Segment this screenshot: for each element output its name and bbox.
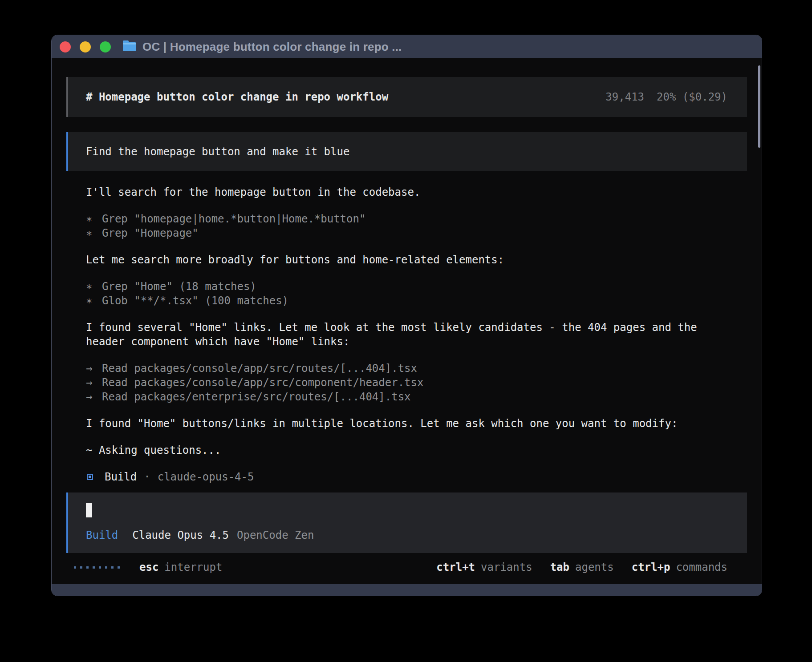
asterisk-icon: ∗ [86,212,102,226]
terminal-window: OC | Homepage button color change in rep… [51,35,762,596]
tool-call-label: Read packages/console/app/src/component/… [102,376,423,389]
tool-call-grep: ∗Grep "Homepage" [86,226,727,240]
minimize-button[interactable] [80,41,91,52]
hint-label: interrupt [164,561,222,573]
assistant-text: I found "Home" buttons/links in multiple… [86,416,727,431]
window-title: OC | Homepage button color change in rep… [142,40,402,54]
user-message-text: Find the homepage button and make it blu… [86,145,349,158]
context-usage: 20% ($0.29) [657,91,727,103]
arrow-right-icon: → [86,375,102,390]
hint-label: commands [676,561,727,573]
working-status: ~ Asking questions... [86,443,727,457]
close-button[interactable] [60,41,71,52]
agent-badge-icon [87,474,93,480]
tool-call-label: Grep "homepage|home.*button|Home.*button… [102,213,365,225]
assistant-text: I'll search for the homepage button in t… [86,185,727,199]
asterisk-icon: ∗ [86,294,102,308]
tool-call-grep: ∗Grep "homepage|home.*button|Home.*butto… [86,212,727,226]
tool-call-label: Grep "Home" (18 matches) [102,280,256,293]
session-stats: 39,413 20% ($0.29) [605,91,727,103]
zoom-button[interactable] [100,41,111,52]
input-agent-label[interactable]: Build [86,529,118,541]
input-model-label[interactable]: Claude Opus 4.5 [132,529,229,541]
agent-name: Build [105,470,137,484]
tool-call-group: ∗Grep "Home" (18 matches) ∗Glob "**/*.ts… [86,279,727,308]
spinner-dots-icon [74,566,120,569]
traffic-lights [60,35,111,58]
arrow-right-icon: → [86,390,102,404]
dot-separator: · [144,470,150,484]
prompt-input[interactable]: Build Claude Opus 4.5 OpenCode Zen [66,492,747,553]
tool-call-read: →Read packages/console/app/src/component… [86,375,727,390]
tool-call-read: →Read packages/enterprise/src/routes/[..… [86,390,727,404]
tool-call-read: →Read packages/console/app/src/routes/[.… [86,361,727,375]
statusbar-right: ctrl+t variants tab agents ctrl+p comman… [436,561,727,573]
assistant-text: Let me search more broadly for buttons a… [86,253,727,267]
hint-key: esc [139,561,158,573]
hint-agents: tab agents [550,561,614,573]
input-meta: Build Claude Opus 4.5 OpenCode Zen [86,529,727,541]
agent-model: claude-opus-4-5 [158,470,254,484]
hint-key: ctrl+t [436,561,475,573]
hint-key: ctrl+p [632,561,670,573]
conversation: I'll search for the homepage button in t… [66,185,747,484]
scrollbar-thumb[interactable] [758,65,760,148]
hint-label: variants [481,561,532,573]
tool-call-grep: ∗Grep "Home" (18 matches) [86,279,727,294]
hint-variants: ctrl+t variants [436,561,532,573]
arrow-right-icon: → [86,361,102,375]
window-titlebar[interactable]: OC | Homepage button color change in rep… [52,35,762,58]
statusbar-left: esc interrupt [74,561,222,573]
agent-status-line: Build · claude-opus-4-5 [86,470,727,484]
hint-interrupt: esc interrupt [139,561,222,573]
assistant-text: I found several "Home" links. Let me loo… [86,320,727,349]
tool-call-label: Read packages/console/app/src/routes/[..… [102,362,417,375]
asterisk-icon: ∗ [86,279,102,294]
terminal-content: # Homepage button color change in repo w… [66,58,747,484]
status-bar: esc interrupt ctrl+t variants tab agents… [66,559,747,575]
tool-call-glob: ∗Glob "**/*.tsx" (100 matches) [86,294,727,308]
input-provider-label: OpenCode Zen [237,529,314,541]
tool-call-label: Grep "Homepage" [102,227,199,239]
tool-call-group: →Read packages/console/app/src/routes/[.… [86,361,727,404]
hint-commands: ctrl+p commands [632,561,727,573]
hint-label: agents [575,561,614,573]
window-footer [52,584,762,596]
text-cursor [86,503,92,517]
hint-key: tab [550,561,569,573]
session-header: # Homepage button color change in repo w… [66,77,747,117]
user-message: Find the homepage button and make it blu… [66,132,747,171]
session-title: # Homepage button color change in repo w… [86,91,388,103]
token-count: 39,413 [605,91,644,103]
tool-call-group: ∗Grep "homepage|home.*button|Home.*butto… [86,212,727,240]
folder-icon [123,42,136,51]
asterisk-icon: ∗ [86,226,102,240]
tool-call-label: Read packages/enterprise/src/routes/[...… [102,391,411,403]
tool-call-label: Glob "**/*.tsx" (100 matches) [102,295,288,307]
titlebar-title-group: OC | Homepage button color change in rep… [123,35,402,58]
